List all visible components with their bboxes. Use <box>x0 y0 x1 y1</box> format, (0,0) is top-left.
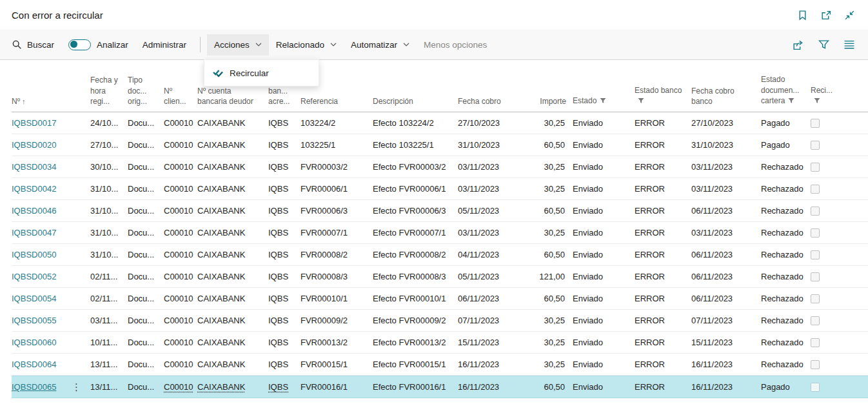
cell-referencia: 103224/2 <box>301 112 373 134</box>
cell-text: 16/11/2023 <box>691 359 733 369</box>
cell-text: Rechazado <box>761 184 804 194</box>
manage-button[interactable]: Administrar <box>135 34 193 56</box>
cell-text: IQBS <box>268 294 288 303</box>
cell-text: Rechazado <box>761 228 804 238</box>
cell-no_cliente: C00010 <box>164 134 197 156</box>
cell-estado_banco: ERROR <box>635 288 691 309</box>
recirculado-checkbox[interactable] <box>811 207 820 216</box>
menu-item-recircular[interactable]: Recircular <box>204 61 319 85</box>
cell-text: 30/10... <box>90 162 118 172</box>
recirculado-checkbox[interactable] <box>811 250 820 259</box>
record-link[interactable]: IQBSD0060 <box>12 338 56 347</box>
record-link[interactable]: IQBSD0017 <box>12 118 56 128</box>
recirculado-checkbox[interactable] <box>811 163 820 172</box>
cell-estado: Enviado <box>573 222 635 243</box>
recirculado-checkbox[interactable] <box>811 185 820 194</box>
table-row[interactable]: IQBSD005202/11...Docu...C00010CAIXABANKI… <box>12 266 868 288</box>
cell-cta_acreedor: IQBS <box>268 134 301 156</box>
column-header-no[interactable]: Nº↑ <box>12 60 90 112</box>
recirculado-checkbox[interactable] <box>811 272 820 281</box>
menu-automatizar[interactable]: Automatizar <box>344 34 417 56</box>
recirculado-checkbox[interactable] <box>811 383 820 392</box>
menu-relacionado[interactable]: Relacionado <box>269 34 344 56</box>
table-row[interactable]: IQBSD004231/10...Docu...C00010CAIXABANKI… <box>12 178 868 200</box>
column-header-fecha_cobro[interactable]: Fecha cobro <box>458 60 522 112</box>
cell-text: Enviado <box>573 294 603 303</box>
column-header-fecha_registro[interactable]: Fecha y hora regi... <box>90 60 128 112</box>
table-row[interactable]: IQBSD005402/11...Docu...C00010CAIXABANKI… <box>12 288 868 310</box>
column-header-estado[interactable]: Estado <box>573 60 635 112</box>
cell-importe: 60,50 <box>522 134 573 156</box>
table-row[interactable]: IQBSD002027/10...Docu...C00010CAIXABANKI… <box>12 134 868 156</box>
recirculado-checkbox[interactable] <box>811 141 820 150</box>
cell-descripcion: Efecto 103225/1 <box>373 134 458 156</box>
column-header-descripcion[interactable]: Descripción <box>373 60 458 112</box>
cell-text: IQBS <box>268 250 288 259</box>
table-row[interactable]: IQBSD0065⋮13/11...Docu...C00010CAIXABANK… <box>12 376 868 398</box>
toggle-knob <box>70 41 77 48</box>
record-link[interactable]: IQBSD0020 <box>12 140 56 150</box>
column-header-estado_banco[interactable]: Estado banco <box>635 60 691 112</box>
bookmark-icon[interactable] <box>797 10 808 21</box>
column-header-label: Estado <box>573 96 606 106</box>
column-header-fecha_cobro_banco[interactable]: Fecha cobro banco <box>691 60 761 112</box>
filter-icon[interactable] <box>818 39 829 50</box>
recirculado-checkbox[interactable] <box>811 228 820 238</box>
column-header-importe[interactable]: Importe <box>522 60 573 112</box>
cell-text: Docu... <box>128 140 154 150</box>
recirculado-checkbox[interactable] <box>811 119 820 128</box>
cell-text: FVR00010/1 <box>301 294 348 303</box>
cell-text: Rechazado <box>761 294 804 303</box>
column-options-icon[interactable] <box>843 40 855 50</box>
cell-text: Rechazado <box>761 206 804 216</box>
record-link[interactable]: IQBSD0052 <box>12 272 56 281</box>
search-button[interactable]: Buscar <box>12 34 61 56</box>
table-row[interactable]: IQBSD005031/10...Docu...C00010CAIXABANKI… <box>12 244 868 266</box>
recirculado-checkbox[interactable] <box>811 294 820 303</box>
record-link[interactable]: IQBSD0047 <box>12 228 56 238</box>
record-link[interactable]: IQBSD0050 <box>12 250 56 259</box>
table-row[interactable]: IQBSD004631/10...Docu...C00010CAIXABANKI… <box>12 200 868 222</box>
cell-referencia: FVR00007/1 <box>301 222 373 243</box>
table-row[interactable]: IQBSD001724/10...Docu...C00010CAIXABANKI… <box>12 112 868 134</box>
table-row[interactable]: IQBSD004731/10...Docu...C00010CAIXABANKI… <box>12 222 868 244</box>
cell-estado: Enviado <box>573 156 635 177</box>
record-link[interactable]: IQBSD0055 <box>12 316 56 325</box>
record-link[interactable]: IQBSD0034 <box>12 162 56 172</box>
cell-recirculado <box>811 266 838 287</box>
cell-estado_banco: ERROR <box>635 222 691 243</box>
table-row[interactable]: IQBSD003430/10...Docu...C00010CAIXABANKI… <box>12 156 868 178</box>
row-menu-icon[interactable]: ⋮ <box>69 381 86 393</box>
column-header-estado_cartera[interactable]: Estado documen... cartera <box>761 60 811 112</box>
recirculado-checkbox[interactable] <box>811 316 820 325</box>
more-options-button[interactable]: Menos opciones <box>417 34 494 56</box>
table-row[interactable]: IQBSD006010/11...Docu...C00010CAIXABANKI… <box>12 332 868 354</box>
column-header-recirculado[interactable]: Reci... <box>811 60 838 112</box>
collapse-icon[interactable] <box>844 10 855 21</box>
analyze-toggle[interactable]: Analizar <box>61 34 135 56</box>
table-row[interactable]: IQBSD006413/11...Docu...C00010CAIXABANKI… <box>12 354 868 376</box>
record-link[interactable]: IQBSD0065 <box>12 382 56 392</box>
cell-text: IQBS <box>268 359 288 369</box>
record-link[interactable]: IQBSD0046 <box>12 206 56 216</box>
table-row[interactable]: IQBSD005503/11...Docu...C00010CAIXABANKI… <box>12 310 868 332</box>
share-icon[interactable] <box>792 39 804 50</box>
popout-icon[interactable] <box>820 10 832 21</box>
record-link[interactable]: IQBSD0054 <box>12 294 56 303</box>
recirculado-checkbox[interactable] <box>811 338 820 347</box>
cell-text: Enviado <box>573 272 603 281</box>
cell-estado: Enviado <box>573 332 635 353</box>
recirculado-checkbox[interactable] <box>811 360 820 369</box>
cell-text: 31/10... <box>90 228 118 238</box>
cell-fecha_registro: 13/11... <box>90 354 128 375</box>
record-link[interactable]: IQBSD0064 <box>12 359 56 369</box>
titlebar: Con error a recircular <box>0 0 868 30</box>
menu-acciones[interactable]: Acciones <box>207 34 269 56</box>
cell-descripcion: Efecto FVR00006/3 <box>373 200 458 221</box>
cell-text: ERROR <box>635 316 665 325</box>
cell-estado_banco: ERROR <box>635 156 691 177</box>
record-link[interactable]: IQBSD0042 <box>12 184 56 194</box>
column-header-tipo_doc[interactable]: Tipo doc... orig... <box>128 60 164 112</box>
column-header-no_cliente[interactable]: Nº clien... <box>164 60 197 112</box>
column-header-label: Nº clien... <box>164 86 191 106</box>
